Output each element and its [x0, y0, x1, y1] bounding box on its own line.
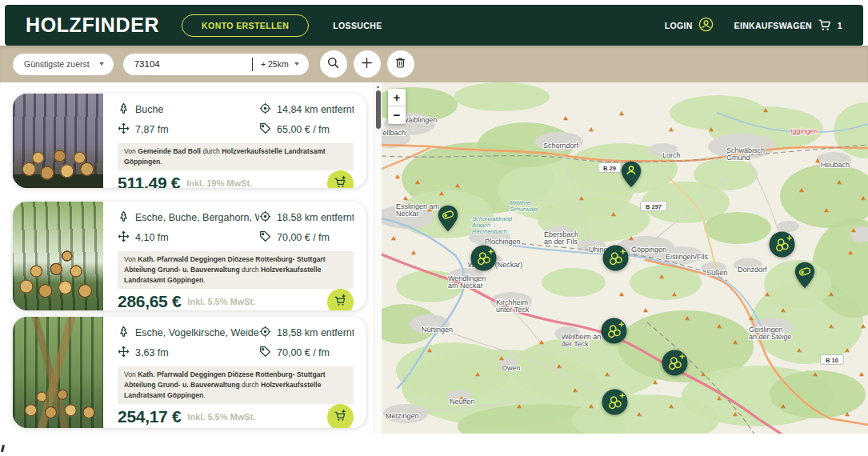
filter-toolbar: Günstigste zuerst + 25km: [0, 46, 868, 82]
total-price: 254,17 €: [118, 407, 181, 426]
svg-text:B 10: B 10: [826, 357, 838, 364]
scrollbar-thumb[interactable]: [376, 90, 381, 129]
plz-search-input[interactable]: [123, 59, 252, 69]
unit-price-cell: 70,00 € / fm: [259, 230, 354, 245]
trash-icon: [394, 57, 406, 71]
login-label: LOGIN: [665, 21, 693, 30]
tag-icon: [259, 230, 271, 245]
search-button[interactable]: [320, 50, 347, 78]
species-cell: Esche, Buche, Bergahorn, Weid...: [118, 210, 259, 225]
listing-photo: [13, 94, 103, 188]
search-pill: + 25km: [123, 54, 309, 75]
map-pin-person[interactable]: [621, 161, 642, 188]
seller-info: Von Gemeinde Bad Boll durch Holzverkaufs…: [118, 143, 354, 170]
tag-icon: [259, 122, 271, 137]
stray-mark: [1, 445, 5, 452]
listing-card[interactable]: Buche 14,84 km entfernt 7,87 fm 65,00 € …: [13, 94, 366, 188]
logo[interactable]: HOLZFINDER: [26, 14, 159, 37]
sort-select[interactable]: Günstigste zuerst: [13, 54, 114, 75]
map-cluster-marker[interactable]: [769, 231, 795, 258]
map-cluster-marker[interactable]: [470, 245, 497, 271]
lossuche-link[interactable]: LOSSUCHE: [333, 21, 382, 30]
login-button[interactable]: LOGIN: [665, 17, 714, 34]
plus-icon: [361, 57, 373, 71]
listing-photo: [13, 202, 103, 310]
svg-text:SchurwaldrandAibachReichenbach: SchurwaldrandAibachReichenbach: [471, 215, 513, 235]
add-to-cart-button[interactable]: [327, 170, 354, 188]
user-icon: [698, 17, 714, 34]
chevron-down-icon: [99, 62, 104, 66]
species-label: Esche, Vogelkirsche, Weide: [135, 327, 259, 338]
vat-note: Inkl. 5.5% MwSt.: [187, 412, 255, 422]
svg-text:Göppingen: Göppingen: [631, 246, 666, 254]
move-icon: [118, 230, 130, 245]
volume-label: 3,63 fm: [135, 347, 169, 358]
tree-icon: [118, 326, 130, 340]
svg-text:Süßen: Süßen: [706, 269, 728, 277]
unit-price-label: 70,00 € / fm: [277, 347, 330, 358]
cart-button[interactable]: EINKAUFSWAGEN 1: [734, 18, 842, 34]
move-icon: [118, 122, 130, 137]
svg-text:Wendlingenam Neckar: Wendlingenam Neckar: [448, 274, 486, 290]
svg-text:B 297: B 297: [646, 203, 662, 210]
delete-search-button[interactable]: [387, 50, 414, 78]
map[interactable]: WaiblingenFellbachSchorndorfEsslingen am…: [382, 82, 868, 434]
cart-plus-icon: [334, 409, 347, 425]
svg-text:Fellbach: Fellbach: [382, 129, 406, 137]
listing-card[interactable]: Esche, Buche, Bergahorn, Weid... 18,58 k…: [13, 202, 366, 310]
sort-value: Günstigste zuerst: [24, 59, 90, 69]
map-cluster-marker[interactable]: [602, 389, 628, 415]
add-to-cart-button[interactable]: [327, 289, 354, 310]
radius-select[interactable]: + 25km: [253, 59, 309, 69]
svg-text:Ebersbachan der Fils: Ebersbachan der Fils: [544, 230, 578, 246]
svg-text:Heubach: Heubach: [821, 161, 850, 169]
cart-plus-icon: [334, 175, 347, 188]
svg-text:Neuffen: Neuffen: [450, 398, 474, 406]
volume-label: 4,10 fm: [135, 232, 169, 243]
cart-icon: [818, 18, 832, 34]
map-pin-logs[interactable]: [794, 262, 815, 289]
map-cluster-marker[interactable]: [662, 350, 688, 376]
species-label: Esche, Buche, Bergahorn, Weid...: [135, 212, 259, 223]
svg-text:Nürtingen: Nürtingen: [422, 326, 453, 334]
svg-text:Kirchheimunter Teck: Kirchheimunter Teck: [496, 298, 530, 314]
add-search-button[interactable]: [354, 50, 381, 78]
total-price: 511,49 €: [118, 174, 180, 188]
target-icon: [259, 326, 271, 340]
listing-card[interactable]: Esche, Vogelkirsche, Weide 18,58 km entf…: [13, 317, 366, 428]
vat-note: Inkl. 5.5% MwSt.: [187, 297, 255, 306]
unit-price-cell: 65,00 € / fm: [259, 122, 354, 137]
cart-label: EINKAUFSWAGEN: [734, 21, 812, 30]
app-header: HOLZFINDER KONTO ERSTELLEN LOSSUCHE LOGI…: [5, 5, 863, 46]
map-zoom-control: + −: [388, 89, 406, 124]
distance-cell: 18,58 km entfernt: [259, 210, 354, 225]
map-cluster-marker[interactable]: [602, 245, 629, 271]
target-icon: [259, 102, 271, 117]
konto-erstellen-button[interactable]: KONTO ERSTELLEN: [182, 14, 309, 37]
unit-price-label: 65,00 € / fm: [277, 124, 330, 135]
total-price: 286,65 €: [118, 292, 181, 310]
distance-cell: 14,84 km entfernt: [259, 102, 354, 117]
svg-text:Donzdorf: Donzdorf: [738, 266, 767, 274]
scroll-up-arrow[interactable]: ▲: [374, 83, 382, 90]
species-cell: Buche: [118, 102, 163, 117]
svg-text:Eislingen/Fils: Eislingen/Fils: [666, 253, 709, 261]
zoom-out-button[interactable]: −: [388, 106, 406, 124]
chevron-down-icon: [294, 62, 299, 66]
radius-value: + 25km: [261, 59, 289, 69]
svg-text:Iggingen: Iggingen: [790, 127, 818, 135]
target-icon: [259, 210, 271, 225]
search-icon: [327, 57, 339, 71]
map-cluster-marker[interactable]: [601, 318, 627, 344]
seller-info: Von Kath. Pfarrwald Deggingen Diözese Ro…: [118, 366, 354, 404]
svg-text:Lorch: Lorch: [662, 151, 681, 159]
zoom-in-button[interactable]: +: [388, 89, 406, 106]
volume-label: 7,87 fm: [135, 124, 169, 135]
unit-price-cell: 70,00 € / fm: [259, 346, 354, 360]
map-pin-logs[interactable]: [438, 205, 458, 232]
seller-info: Von Kath. Pfarrwald Deggingen Diözese Ro…: [118, 251, 354, 289]
add-to-cart-button[interactable]: [327, 404, 354, 428]
list-scrollbar[interactable]: ▲: [374, 82, 382, 434]
listing-photo: [13, 317, 103, 428]
results-list: Buche 14,84 km entfernt 7,87 fm 65,00 € …: [0, 82, 374, 434]
